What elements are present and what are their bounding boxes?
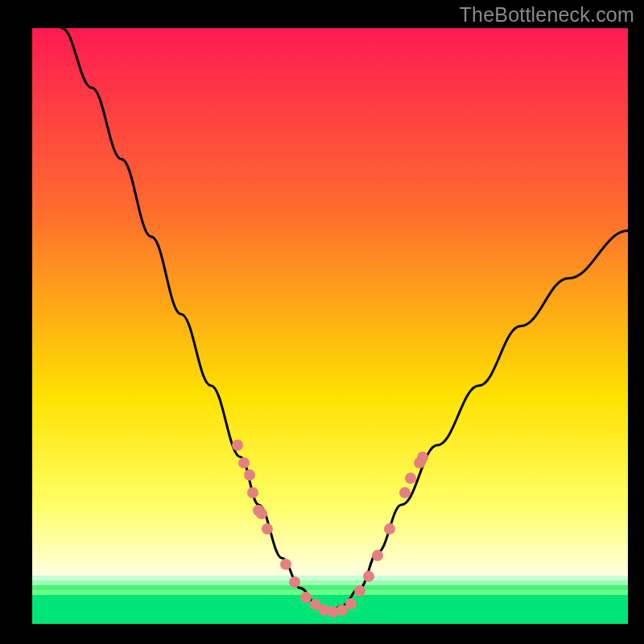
data-point: [232, 440, 243, 451]
data-point: [289, 576, 300, 588]
bottleneck-curve: [62, 28, 628, 612]
watermark-text: TheBottleneck.com: [460, 3, 634, 27]
curve-svg: [32, 28, 628, 624]
data-point: [262, 523, 273, 535]
outer-frame: TheBottleneck.com: [0, 0, 644, 644]
data-point: [399, 487, 411, 498]
data-point: [238, 457, 250, 469]
plot-area: [32, 28, 628, 624]
data-point: [244, 469, 255, 481]
data-point: [247, 487, 258, 498]
data-point: [280, 559, 291, 570]
data-point: [345, 598, 357, 609]
data-point: [384, 523, 395, 535]
data-point: [372, 550, 383, 561]
data-point: [405, 473, 416, 484]
data-point: [417, 452, 428, 463]
data-point: [354, 585, 365, 597]
data-point: [256, 508, 267, 519]
data-point: [363, 571, 374, 582]
